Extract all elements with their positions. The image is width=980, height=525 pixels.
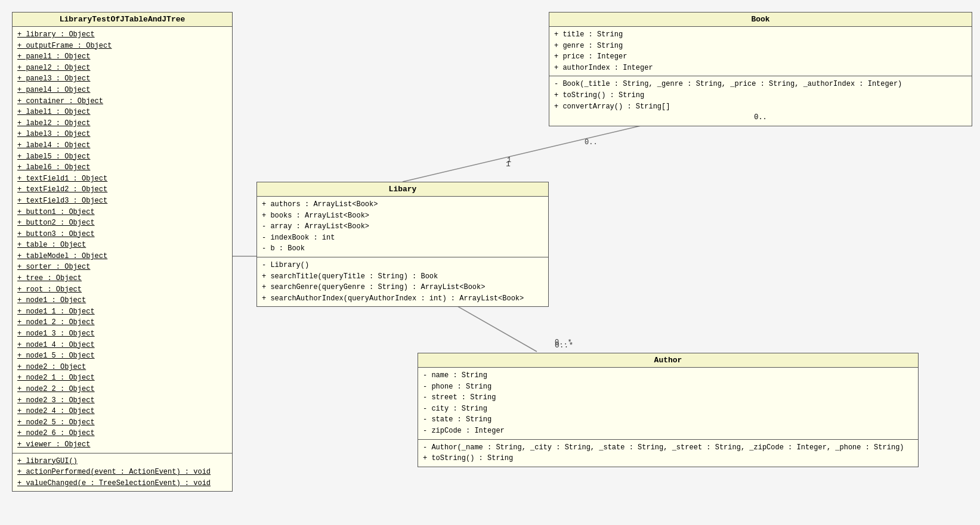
book-header: Book bbox=[549, 13, 972, 27]
attr-node2-6: + node2_6 : Object bbox=[17, 428, 227, 439]
attr-node1-3: + node1_3 : Object bbox=[17, 328, 227, 340]
attr-panel4: + panel4 : Object bbox=[17, 85, 227, 96]
attr-node2-4: + node2_4 : Object bbox=[17, 406, 227, 417]
book-attributes: + title : String + genre : String + pric… bbox=[549, 27, 972, 76]
attr-outputframe: + outputFrame : Object bbox=[17, 41, 227, 52]
book-attr-authorindex: + authorIndex : Integer bbox=[554, 63, 967, 74]
attr-label1: + label1 : Object bbox=[17, 107, 227, 118]
lib-attr-array: - array : ArrayList<Book> bbox=[262, 221, 543, 232]
book-multiplicity-label: 0.. bbox=[554, 112, 967, 123]
attr-button2: + button2 : Object bbox=[17, 218, 227, 229]
lib-attr-books: + books : ArrayList<Book> bbox=[262, 210, 543, 222]
lib-attr-authors: + authors : ArrayList<Book> bbox=[262, 199, 543, 210]
book-attr-title: + title : String bbox=[554, 29, 967, 41]
diagram-container: 0.. 1 0..* LibraryTestOfJTableAndJTree +… bbox=[0, 0, 980, 525]
author-method-constructor: - Author(_name : String, _city : String,… bbox=[423, 442, 913, 453]
lib-attr-b: - b : Book bbox=[262, 243, 543, 254]
author-attr-state: - state : String bbox=[423, 414, 913, 425]
attr-label3: + label3 : Object bbox=[17, 129, 227, 140]
library-box: Libary + authors : ArrayList<Book> + boo… bbox=[256, 182, 549, 307]
lib-method-searchauthorindex: + searchAuthorIndex(queryAuthorIndex : i… bbox=[262, 293, 543, 305]
lib-method-searchtitle: + searchTitle(queryTitle : String) : Boo… bbox=[262, 271, 543, 282]
multiplicity-0star-label: 0..* bbox=[555, 341, 573, 350]
attr-node1: + node1 : Object bbox=[17, 295, 227, 306]
library-methods: - Library() + searchTitle(queryTitle : S… bbox=[257, 257, 548, 306]
attr-sorter: + sorter : Object bbox=[17, 262, 227, 273]
library-test-box: LibraryTestOfJTableAndJTree + library : … bbox=[12, 12, 233, 492]
book-method-tostring: + toString() : String bbox=[554, 90, 967, 101]
svg-text:0..: 0.. bbox=[585, 138, 598, 147]
attr-label2: + label2 : Object bbox=[17, 118, 227, 129]
multiplicity-1-label: 1 bbox=[506, 160, 511, 169]
author-attributes: - name : String - phone : String - stree… bbox=[418, 368, 918, 440]
method-librarygui: + libraryGUI() bbox=[17, 456, 227, 467]
lib-method-constructor: - Library() bbox=[262, 260, 543, 271]
lib-method-searchgenre: + searchGenre(queryGenre : String) : Arr… bbox=[262, 282, 543, 293]
attr-label4: + label4 : Object bbox=[17, 140, 227, 151]
book-attr-genre: + genre : String bbox=[554, 41, 967, 52]
attr-tree: + tree : Object bbox=[17, 273, 227, 284]
attr-button3: + button3 : Object bbox=[17, 229, 227, 240]
attr-node1-1: + node1_1 : Object bbox=[17, 306, 227, 318]
attr-library: + library : Object bbox=[17, 29, 227, 41]
library-attributes: + authors : ArrayList<Book> + books : Ar… bbox=[257, 197, 548, 257]
attr-node2-3: + node2_3 : Object bbox=[17, 395, 227, 406]
svg-line-2 bbox=[453, 304, 537, 352]
author-box: Author - name : String - phone : String … bbox=[418, 353, 919, 467]
author-attr-phone: - phone : String bbox=[423, 381, 913, 393]
attr-node1-2: + node1_2 : Object bbox=[17, 317, 227, 328]
author-header: Author bbox=[418, 353, 918, 368]
attr-node1-4: + node1_4 : Object bbox=[17, 340, 227, 351]
author-attr-city: - city : String bbox=[423, 403, 913, 415]
attr-button1: + button1 : Object bbox=[17, 207, 227, 218]
author-method-tostring: + toString() : String bbox=[423, 453, 913, 464]
method-actionperformed: + actionPerformed(event : ActionEvent) :… bbox=[17, 467, 227, 478]
attr-root: + root : Object bbox=[17, 284, 227, 296]
attr-node2-2: + node2_2 : Object bbox=[17, 384, 227, 395]
attr-viewer: + viewer : Object bbox=[17, 439, 227, 451]
author-attr-zipcode: - zipCode : Integer bbox=[423, 425, 913, 437]
attr-node2: + node2 : Object bbox=[17, 362, 227, 373]
attr-textfield3: + textField3 : Object bbox=[17, 195, 227, 207]
library-test-header: LibraryTestOfJTableAndJTree bbox=[13, 13, 232, 27]
attr-textfield2: + textField2 : Object bbox=[17, 184, 227, 195]
method-valuechanged: + valueChanged(e : TreeSelectionEvent) :… bbox=[17, 478, 227, 489]
attr-panel2: + panel2 : Object bbox=[17, 63, 227, 74]
attr-node1-5: + node1_5 : Object bbox=[17, 350, 227, 362]
book-method-convertarray: + convertArray() : String[] bbox=[554, 101, 967, 113]
library-test-attributes: + library : Object + outputFrame : Objec… bbox=[13, 27, 232, 453]
attr-node2-5: + node2_5 : Object bbox=[17, 417, 227, 428]
attr-textfield1: + textField1 : Object bbox=[17, 173, 227, 185]
svg-line-1 bbox=[403, 122, 656, 182]
attr-label6: + label6 : Object bbox=[17, 162, 227, 173]
book-attr-price: + price : Integer bbox=[554, 51, 967, 63]
lib-attr-indexbook: - indexBook : int bbox=[262, 232, 543, 244]
book-box: Book + title : String + genre : String +… bbox=[549, 12, 972, 126]
attr-table: + table : Object bbox=[17, 240, 227, 251]
attr-panel1: + panel1 : Object bbox=[17, 51, 227, 63]
library-test-methods: + libraryGUI() + actionPerformed(event :… bbox=[13, 453, 232, 492]
book-methods: - Book(_title : String, _genre : String,… bbox=[549, 76, 972, 125]
author-attr-street: - street : String bbox=[423, 392, 913, 403]
attr-panel3: + panel3 : Object bbox=[17, 73, 227, 85]
attr-node2-1: + node2_1 : Object bbox=[17, 372, 227, 384]
library-header: Libary bbox=[257, 182, 548, 197]
book-method-constructor: - Book(_title : String, _genre : String,… bbox=[554, 79, 967, 90]
attr-label5: + label5 : Object bbox=[17, 151, 227, 163]
author-methods: - Author(_name : String, _city : String,… bbox=[418, 440, 918, 467]
attr-container: + container : Object bbox=[17, 96, 227, 107]
attr-tablemodel: + tableModel : Object bbox=[17, 251, 227, 262]
author-attr-name: - name : String bbox=[423, 370, 913, 381]
